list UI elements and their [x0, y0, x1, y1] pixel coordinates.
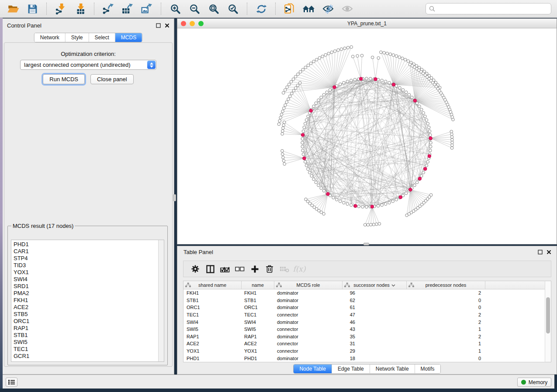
- graph-node: [380, 51, 383, 54]
- graph-node: [301, 145, 304, 148]
- float-panel-icon[interactable]: [156, 23, 161, 28]
- mcds-node-item[interactable]: YOX1: [11, 269, 164, 276]
- mcds-node-item[interactable]: ORC1: [11, 318, 164, 325]
- vertical-splitter-handle[interactable]: [173, 194, 176, 201]
- export-network-button[interactable]: [100, 1, 116, 16]
- graph-node: [283, 107, 286, 110]
- mcds-node-item[interactable]: STB1: [11, 332, 164, 339]
- table-scrollbar-thumb[interactable]: [546, 297, 550, 334]
- function-builder-button[interactable]: f(x): [292, 262, 307, 275]
- mcds-node-item[interactable]: FKH1: [11, 297, 164, 304]
- toolbar-separator: [94, 3, 94, 15]
- open-file-button[interactable]: [5, 1, 21, 16]
- table-row[interactable]: ACE2ACE2connector311: [183, 340, 545, 347]
- mcds-list-scrollbar[interactable]: [158, 240, 164, 361]
- zoom-fit-content-button[interactable]: [206, 1, 221, 16]
- import-network-button[interactable]: [53, 1, 69, 16]
- refresh-network-button[interactable]: [253, 1, 269, 16]
- tab-mcds[interactable]: MCDS: [115, 33, 142, 42]
- table-scrollbar[interactable]: [545, 281, 551, 362]
- table-row[interactable]: STB1STB1dominator620: [183, 297, 545, 304]
- column-header-name[interactable]: name: [242, 281, 274, 289]
- show-hidden-button[interactable]: [339, 1, 355, 16]
- check-all-icon: [220, 265, 230, 273]
- task-history-button[interactable]: [6, 378, 17, 387]
- close-panel-button[interactable]: Close panel: [90, 74, 134, 84]
- memory-status-icon: [521, 380, 526, 385]
- search-input[interactable]: [438, 6, 548, 12]
- mcds-node-item[interactable]: PHD1: [11, 241, 164, 248]
- eye-icon: [342, 3, 353, 14]
- graph-node: [413, 184, 416, 187]
- network-titlebar[interactable]: YPA_prune.txt_1: [177, 19, 557, 28]
- table-settings-button[interactable]: [188, 262, 203, 275]
- graph-node: [296, 84, 299, 87]
- graph-node: [408, 93, 411, 96]
- select-all-rows-button[interactable]: [218, 262, 232, 275]
- mcds-node-item[interactable]: STB5: [11, 311, 164, 318]
- horizontal-splitter-handle[interactable]: [363, 243, 369, 245]
- mcds-node-item[interactable]: TID3: [11, 262, 164, 269]
- first-neighbors-button[interactable]: [301, 1, 317, 16]
- table-row[interactable]: TEC1TEC1connector472: [183, 311, 545, 319]
- mcds-node-item[interactable]: SWI5: [11, 339, 164, 346]
- table-row[interactable]: YOX1YOX1connector291: [183, 347, 545, 355]
- export-image-button[interactable]: [139, 1, 155, 16]
- export-image-icon: [141, 3, 152, 14]
- duplicate-network-button[interactable]: [282, 1, 298, 16]
- column-header-successor-nodes[interactable]: successor nodes: [343, 281, 407, 289]
- mcds-node-item[interactable]: SWI4: [11, 276, 164, 283]
- table-row[interactable]: SWI5SWI5connector431: [183, 326, 545, 333]
- tab-edge-table[interactable]: Edge Table: [332, 364, 370, 373]
- memory-button[interactable]: Memory: [517, 378, 551, 387]
- export-table-button[interactable]: [120, 1, 135, 16]
- delete-table-button[interactable]: [277, 262, 292, 275]
- table-row[interactable]: ORC1ORC1dominator610: [183, 304, 545, 311]
- graph-node: [327, 52, 330, 55]
- cell: dominator: [274, 320, 343, 325]
- mcds-node-item[interactable]: ACE2: [11, 304, 164, 311]
- mcds-result-list[interactable]: PHD1CAR1STP4TID3YOX1SWI4SRD1PMA2FKH1ACE2…: [11, 240, 164, 362]
- tab-style[interactable]: Style: [65, 33, 89, 42]
- run-mcds-button[interactable]: Run MCDS: [43, 74, 85, 84]
- mcds-node-item[interactable]: GCR1: [11, 353, 164, 360]
- column-header-MCDS-role[interactable]: MCDS role: [274, 281, 343, 289]
- network-canvas[interactable]: [177, 28, 557, 244]
- table-row[interactable]: SWI4SWI4dominator462: [183, 318, 545, 326]
- mcds-node-item[interactable]: RAP1: [11, 325, 164, 332]
- mcds-node-item[interactable]: TEC1: [11, 346, 164, 353]
- tab-select[interactable]: Select: [89, 33, 115, 42]
- tab-network-table[interactable]: Network Table: [370, 364, 415, 373]
- mcds-node-item[interactable]: CAR1: [11, 248, 164, 255]
- cell: connector: [274, 327, 343, 332]
- add-column-button[interactable]: [247, 262, 262, 275]
- deselect-all-rows-button[interactable]: [232, 262, 247, 275]
- float-table-panel-icon[interactable]: [538, 250, 543, 254]
- mcds-node-item[interactable]: STP4: [11, 255, 164, 262]
- zoom-in-button[interactable]: [167, 1, 183, 16]
- column-header-predecessor-nodes[interactable]: predecessor nodes: [407, 281, 485, 289]
- toggle-columns-button[interactable]: [203, 262, 218, 275]
- table-row[interactable]: FKH1FKH1dominator962: [183, 289, 545, 297]
- hide-selected-button[interactable]: [320, 1, 336, 16]
- column-header-shared-name[interactable]: shared name: [183, 281, 242, 289]
- mcds-node-item[interactable]: PMA2: [11, 290, 164, 297]
- tab-node-table[interactable]: Node Table: [294, 364, 332, 373]
- zoom-out-button[interactable]: [187, 1, 202, 16]
- table-row[interactable]: PHD1PHD1dominator180: [183, 354, 545, 362]
- mcds-node-item[interactable]: SRD1: [11, 283, 164, 290]
- tab-network[interactable]: Network: [35, 33, 65, 42]
- tab-motifs[interactable]: Motifs: [415, 364, 440, 373]
- delete-column-button[interactable]: [262, 262, 277, 275]
- graph-node: [289, 95, 292, 98]
- graph-node: [381, 203, 384, 206]
- zoom-selected-button[interactable]: [225, 1, 241, 16]
- graph-node: [343, 81, 346, 84]
- save-session-button[interactable]: [24, 1, 40, 16]
- close-table-panel-icon[interactable]: [547, 250, 551, 254]
- close-panel-icon[interactable]: [165, 23, 170, 28]
- search-box[interactable]: [426, 3, 551, 14]
- table-row[interactable]: RAP1RAP1dominator352: [183, 333, 545, 340]
- criterion-dropdown[interactable]: largest connected component (undirected): [20, 60, 156, 70]
- import-table-button[interactable]: [72, 1, 88, 16]
